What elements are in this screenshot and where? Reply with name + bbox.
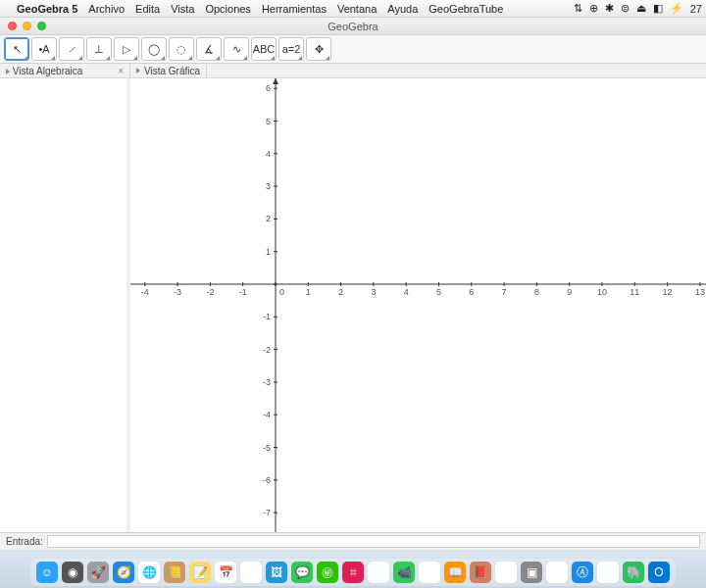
slider-tool[interactable]: a=2	[278, 37, 304, 61]
dock-app-outlook[interactable]: O	[648, 562, 670, 583]
move-tool[interactable]: ↖	[4, 37, 29, 61]
menu-archivo[interactable]: Archivo	[88, 3, 125, 15]
dock-app-wechat[interactable]: ㊙	[317, 562, 338, 583]
svg-text:-2: -2	[206, 287, 214, 297]
dock-app-geogebra[interactable]: ◯	[495, 562, 517, 583]
dock-app-siri[interactable]: ◉	[62, 562, 83, 583]
svg-text:13: 13	[695, 287, 705, 297]
wifi-icon[interactable]: ⊜	[621, 2, 630, 15]
dropbox-icon[interactable]: ⇅	[574, 2, 582, 15]
dock-app-messages[interactable]: 💬	[291, 562, 313, 583]
dock-app-reminders[interactable]: ☑	[240, 562, 262, 583]
svg-text:10: 10	[597, 287, 607, 297]
dock-app-chrome[interactable]: 🌐	[138, 562, 160, 583]
toolbar: ↖•A⟋⊥▷◯◌∡∿ABCa=2✥	[0, 35, 706, 64]
svg-text:-5: -5	[263, 443, 271, 453]
svg-text:4: 4	[404, 287, 409, 297]
dropdown-icon	[161, 56, 165, 60]
menu-opciones[interactable]: Opciones	[205, 3, 250, 15]
app-menu[interactable]: GeoGebra 5	[17, 3, 77, 15]
pan-tool[interactable]: ✥	[306, 37, 331, 61]
dock-app-slack[interactable]: ⌗	[342, 562, 364, 583]
volume-icon[interactable]: ◧	[653, 2, 663, 15]
svg-text:7: 7	[502, 287, 507, 297]
dock-app-dictionary[interactable]: 📕	[470, 562, 491, 583]
svg-text:8: 8	[534, 287, 539, 297]
dock-app-contacts[interactable]: 📒	[164, 562, 185, 583]
perpendicular-tool[interactable]: ⊥	[86, 37, 112, 61]
svg-text:5: 5	[436, 287, 441, 297]
svg-text:-7: -7	[263, 508, 271, 517]
graphics-pane-tab[interactable]: Vista Gráfica	[130, 64, 207, 77]
svg-text:-1: -1	[239, 287, 247, 297]
battery-icon[interactable]: ⚡	[670, 2, 683, 15]
dock-app-maps[interactable]: 🗺	[419, 562, 440, 583]
dropdown-icon	[24, 56, 27, 60]
sync-icon[interactable]: ⊕	[589, 2, 598, 15]
dock-app-photos[interactable]: ✿	[368, 562, 389, 583]
dock-app-notes[interactable]: 📝	[189, 562, 211, 583]
dropdown-icon	[271, 56, 275, 60]
menu-herramientas[interactable]: Herramientas	[262, 3, 327, 15]
dock-app-evernote[interactable]: 🐘	[623, 562, 644, 583]
menu-geogebratube[interactable]: GeoGebraTube	[429, 3, 503, 15]
svg-text:3: 3	[371, 287, 376, 297]
dock-app-facetime[interactable]: 📹	[393, 562, 415, 583]
window-titlebar: GeoGebra	[0, 18, 706, 35]
display-icon[interactable]: ⏏	[636, 2, 646, 15]
dock-app-finder[interactable]: ☺	[36, 562, 58, 583]
input-field[interactable]	[47, 535, 700, 548]
bluetooth-icon[interactable]: ✱	[605, 2, 614, 15]
circle-tool[interactable]: ◯	[141, 37, 167, 61]
window-title: GeoGebra	[0, 21, 706, 32]
dock-app-preview[interactable]: 🖼	[266, 562, 287, 583]
angle-tool[interactable]: ∡	[196, 37, 222, 61]
dock-app-itunes[interactable]: ♫	[546, 562, 568, 583]
ellipse-tool[interactable]: ◌	[169, 37, 194, 61]
algebra-pane-tab[interactable]: Vista Algebraica ×	[0, 64, 130, 77]
dropdown-icon	[51, 56, 55, 60]
menu-vista[interactable]: Vista	[171, 3, 194, 15]
svg-marker-2	[273, 78, 278, 84]
svg-text:3: 3	[266, 181, 271, 191]
dropdown-icon	[243, 56, 247, 60]
disclosure-icon	[6, 69, 10, 74]
dock-app-screencap[interactable]: ▣	[521, 562, 542, 583]
svg-text:-3: -3	[174, 287, 181, 297]
svg-text:-3: -3	[263, 377, 271, 387]
menu-edita[interactable]: Edita	[135, 3, 160, 15]
svg-text:2: 2	[338, 287, 343, 297]
svg-text:2: 2	[266, 214, 271, 223]
text-tool[interactable]: ABC	[251, 37, 277, 61]
dock-app-launchpad[interactable]: 🚀	[87, 562, 109, 583]
svg-text:-2: -2	[263, 345, 271, 355]
svg-text:5: 5	[266, 117, 271, 126]
dock-app-appstore[interactable]: Ⓐ	[572, 562, 593, 583]
dock-app-safari[interactable]: 🧭	[113, 562, 134, 583]
dock-app-calendar[interactable]: 📅	[215, 562, 236, 583]
line-tool[interactable]: ⟋	[59, 37, 84, 61]
algebra-view[interactable]	[0, 78, 130, 532]
polygon-tool[interactable]: ▷	[114, 37, 139, 61]
dock: ☺◉🚀🧭🌐📒📝📅☑🖼💬㊙⌗✿📹🗺📖📕◯▣♫Ⓐ✉🐘O	[30, 559, 676, 586]
clock[interactable]: 27	[690, 3, 702, 15]
svg-text:-4: -4	[141, 287, 149, 297]
point-tool[interactable]: •A	[31, 37, 57, 61]
dock-area: ☺◉🚀🧭🌐📒📝📅☑🖼💬㊙⌗✿📹🗺📖📕◯▣♫Ⓐ✉🐘O	[0, 550, 706, 588]
svg-text:1: 1	[266, 247, 271, 257]
algebra-pane-close-icon[interactable]: ×	[118, 66, 124, 76]
menu-ventana[interactable]: Ventana	[337, 3, 377, 15]
svg-text:11: 11	[630, 287, 639, 297]
svg-text:1: 1	[306, 287, 311, 297]
reflect-tool[interactable]: ∿	[224, 37, 249, 61]
menu-ayuda[interactable]: Ayuda	[387, 3, 418, 15]
graphics-view[interactable]: -4-3-2-1012345678910111213-7-6-5-4-3-2-1…	[130, 78, 706, 532]
svg-text:6: 6	[469, 287, 474, 297]
algebra-pane-label: Vista Algebraica	[13, 66, 83, 76]
dock-app-ibooks[interactable]: 📖	[444, 562, 466, 583]
workspace: -4-3-2-1012345678910111213-7-6-5-4-3-2-1…	[0, 78, 706, 532]
dock-app-mail[interactable]: ✉	[597, 562, 619, 583]
svg-text:0: 0	[279, 287, 284, 297]
svg-text:9: 9	[567, 287, 572, 297]
dropdown-icon	[216, 56, 220, 60]
